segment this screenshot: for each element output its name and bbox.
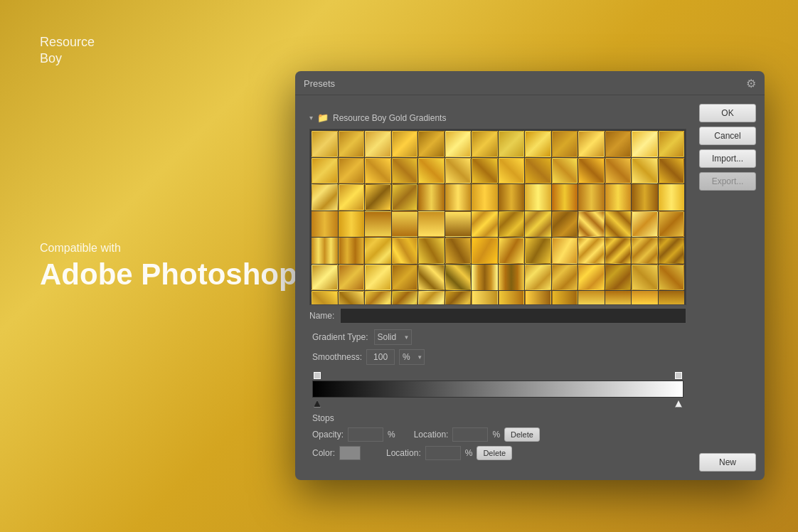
gradient-swatch[interactable] bbox=[365, 158, 391, 184]
gradient-swatch[interactable] bbox=[525, 211, 551, 238]
gradient-swatch[interactable] bbox=[365, 184, 391, 211]
gradient-swatch[interactable] bbox=[312, 238, 338, 264]
gradient-swatch[interactable] bbox=[499, 238, 525, 264]
gradient-swatch[interactable] bbox=[445, 211, 472, 238]
gradient-swatch[interactable] bbox=[472, 211, 498, 238]
gradient-swatch[interactable] bbox=[632, 211, 658, 238]
gradient-grid[interactable] bbox=[309, 129, 686, 305]
gradient-swatch[interactable] bbox=[632, 265, 658, 291]
gradient-swatch[interactable] bbox=[472, 158, 498, 184]
gradient-swatch[interactable] bbox=[392, 291, 418, 305]
gradient-swatch[interactable] bbox=[578, 238, 605, 264]
gradient-swatch[interactable] bbox=[525, 265, 551, 291]
gradient-swatch[interactable] bbox=[552, 158, 578, 184]
gradient-swatch[interactable] bbox=[445, 158, 472, 184]
gradient-swatch[interactable] bbox=[632, 184, 658, 211]
opacity-stop-right[interactable] bbox=[675, 372, 682, 379]
opacity-value-input[interactable] bbox=[348, 427, 383, 442]
gradient-type-select[interactable]: Solid Noise bbox=[374, 329, 412, 345]
gradient-swatch[interactable] bbox=[632, 238, 658, 264]
gradient-swatch[interactable] bbox=[578, 211, 605, 238]
gradient-swatch[interactable] bbox=[525, 158, 551, 184]
gradient-swatch[interactable] bbox=[605, 131, 632, 157]
gradient-swatch[interactable] bbox=[605, 211, 632, 238]
gradient-swatch[interactable] bbox=[525, 291, 551, 305]
gradient-swatch[interactable] bbox=[659, 184, 685, 211]
gradient-swatch[interactable] bbox=[578, 131, 605, 157]
gradient-swatch[interactable] bbox=[472, 291, 498, 305]
gradient-swatch[interactable] bbox=[365, 238, 391, 264]
gradient-swatch[interactable] bbox=[312, 291, 338, 305]
ok-button[interactable]: OK bbox=[699, 104, 756, 122]
gradient-swatch[interactable] bbox=[339, 291, 365, 305]
gradient-swatch[interactable] bbox=[392, 158, 418, 184]
gradient-swatch[interactable] bbox=[525, 131, 551, 157]
gradient-swatch[interactable] bbox=[365, 131, 391, 157]
gradient-swatch[interactable] bbox=[312, 131, 338, 157]
opacity-delete-button[interactable]: Delete bbox=[504, 427, 540, 442]
gradient-swatch[interactable] bbox=[605, 184, 632, 211]
gradient-swatch[interactable] bbox=[605, 265, 632, 291]
gradient-swatch[interactable] bbox=[339, 211, 365, 238]
gradient-swatch[interactable] bbox=[605, 291, 632, 305]
gradient-swatch[interactable] bbox=[552, 211, 578, 238]
gradient-swatch[interactable] bbox=[392, 211, 418, 238]
gradient-swatch[interactable] bbox=[365, 291, 391, 305]
cancel-button[interactable]: Cancel bbox=[699, 127, 756, 145]
gradient-swatch[interactable] bbox=[312, 211, 338, 238]
gradient-swatch[interactable] bbox=[418, 184, 445, 211]
gradient-swatch[interactable] bbox=[632, 131, 658, 157]
gradient-swatch[interactable] bbox=[659, 158, 685, 184]
gradient-swatch[interactable] bbox=[472, 238, 498, 264]
gradient-swatch[interactable] bbox=[578, 158, 605, 184]
gradient-swatch[interactable] bbox=[418, 158, 445, 184]
gradient-swatch[interactable] bbox=[472, 265, 498, 291]
gradient-swatch[interactable] bbox=[499, 184, 525, 211]
gradient-swatch[interactable] bbox=[578, 291, 605, 305]
gradient-swatch[interactable] bbox=[499, 131, 525, 157]
gradient-swatch[interactable] bbox=[659, 131, 685, 157]
gradient-swatch[interactable] bbox=[659, 211, 685, 238]
gradient-swatch[interactable] bbox=[472, 131, 498, 157]
gradient-swatch[interactable] bbox=[339, 184, 365, 211]
gradient-swatch[interactable] bbox=[312, 184, 338, 211]
gradient-swatch[interactable] bbox=[339, 158, 365, 184]
gradient-swatch[interactable] bbox=[605, 158, 632, 184]
gradient-swatch[interactable] bbox=[445, 265, 472, 291]
gear-icon[interactable]: ⚙ bbox=[746, 77, 756, 90]
gradient-swatch[interactable] bbox=[445, 131, 472, 157]
gradient-swatch[interactable] bbox=[472, 184, 498, 211]
gradient-swatch[interactable] bbox=[418, 238, 445, 264]
gradient-swatch[interactable] bbox=[418, 131, 445, 157]
gradient-swatch[interactable] bbox=[499, 158, 525, 184]
export-button[interactable]: Export... bbox=[699, 172, 756, 191]
gradient-swatch[interactable] bbox=[659, 238, 685, 264]
gradient-type-select-wrapper[interactable]: Solid Noise bbox=[374, 329, 412, 345]
gradient-swatch[interactable] bbox=[418, 291, 445, 305]
smoothness-input[interactable] bbox=[366, 349, 395, 365]
gradient-swatch[interactable] bbox=[578, 184, 605, 211]
gradient-swatch[interactable] bbox=[525, 184, 551, 211]
gradient-swatch[interactable] bbox=[365, 211, 391, 238]
gradient-swatch[interactable] bbox=[312, 265, 338, 291]
gradient-swatch[interactable] bbox=[339, 265, 365, 291]
gradient-swatch[interactable] bbox=[632, 158, 658, 184]
gradient-swatch[interactable] bbox=[552, 184, 578, 211]
gradient-swatch[interactable] bbox=[392, 131, 418, 157]
smoothness-unit-select[interactable]: % bbox=[399, 349, 425, 365]
gradient-swatch[interactable] bbox=[552, 291, 578, 305]
gradient-swatch[interactable] bbox=[605, 238, 632, 264]
color-stop-left[interactable] bbox=[314, 400, 321, 408]
gradient-swatch[interactable] bbox=[445, 238, 472, 264]
gradient-swatch[interactable] bbox=[365, 265, 391, 291]
smoothness-unit-wrapper[interactable]: % bbox=[399, 349, 425, 365]
gradient-swatch[interactable] bbox=[499, 265, 525, 291]
opacity-stop-left[interactable] bbox=[314, 372, 321, 379]
import-button[interactable]: Import... bbox=[699, 149, 756, 168]
gradient-swatch[interactable] bbox=[418, 265, 445, 291]
gradient-swatch[interactable] bbox=[445, 291, 472, 305]
gradient-swatch[interactable] bbox=[499, 291, 525, 305]
gradient-bar[interactable] bbox=[312, 381, 683, 398]
color-location-input[interactable] bbox=[425, 446, 461, 460]
gradient-swatch[interactable] bbox=[392, 265, 418, 291]
